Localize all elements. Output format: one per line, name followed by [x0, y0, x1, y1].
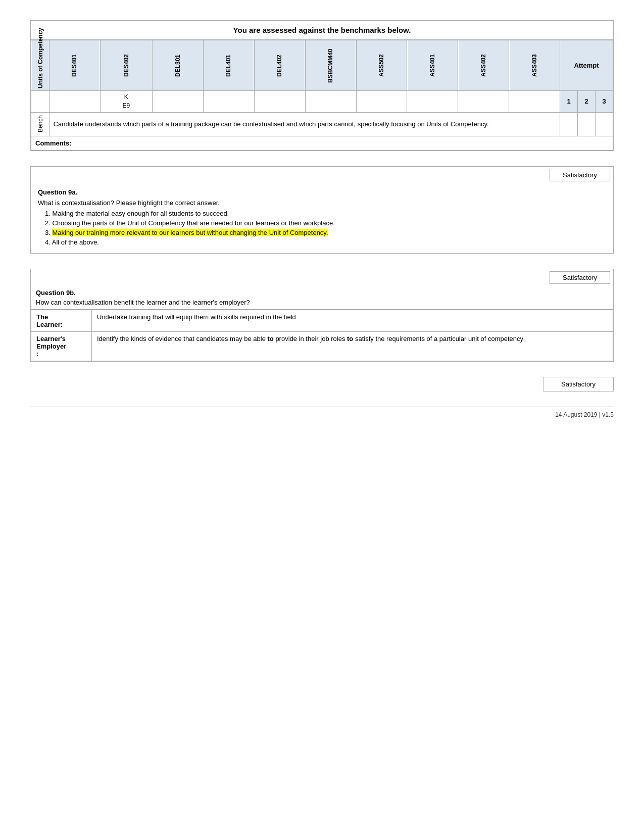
- q9a-opt3-num: 3.: [45, 229, 51, 236]
- bottom-satisfactory-badge: Satisfactory: [543, 377, 614, 391]
- empty-cell: [49, 91, 100, 113]
- footer-text: 14 August 2019 | v1.5: [555, 411, 614, 418]
- empty-cell: [458, 91, 509, 113]
- empty-cell: [305, 91, 356, 113]
- question-9a-section: Satisfactory Question 9a. What is contex…: [30, 166, 614, 254]
- q9a-satisfactory-badge: Satisfactory: [550, 169, 610, 181]
- ke-cell: KE9: [100, 91, 153, 113]
- q9b-learner-label: TheLearner:: [31, 310, 92, 331]
- bench-text: Candidate understands which parts of a t…: [49, 112, 560, 136]
- q9a-opt2-num: 2.: [45, 219, 51, 227]
- col-header-units: Units of Competency: [31, 40, 49, 91]
- q9a-option-3: 3. Making our training more relevant to …: [43, 229, 606, 236]
- q9a-opt3-text: Making our training more relevant to our…: [52, 229, 328, 236]
- empty-cell: [407, 91, 458, 113]
- bench-label: Bench: [31, 112, 49, 136]
- col-header-des402: DES402: [100, 40, 153, 91]
- col-header-ass402: ASS402: [458, 40, 509, 91]
- empty-cell: [509, 91, 560, 113]
- bench-attempt-2: [578, 112, 596, 136]
- q9a-option-4: 4. All of the above.: [43, 238, 606, 246]
- attempt-2: 2: [578, 91, 596, 113]
- q9b-employer-row: Learner'sEmployer: Identify the kinds of…: [31, 331, 613, 361]
- q9b-intro: Question 9b. How can contextualisation b…: [31, 286, 613, 310]
- q9b-inner: Question 9b. How can contextualisation b…: [31, 286, 613, 361]
- col-header-ass401: ASS401: [407, 40, 458, 91]
- bottom-satisfactory-row: Satisfactory: [30, 377, 614, 391]
- col-header-attempt: Attempt: [560, 40, 613, 91]
- q9a-opt1-num: 1.: [45, 210, 51, 217]
- q9b-bold-to-2: to: [347, 335, 353, 342]
- q9a-badge-row: Satisfactory: [31, 167, 613, 183]
- q9a-opt1-text: Making the material easy enough for all …: [52, 210, 229, 217]
- empty-cell: [153, 91, 204, 113]
- q9a-opt4-num: 4.: [45, 238, 51, 246]
- q9b-body: How can contextualisation benefit the le…: [36, 299, 608, 306]
- q9b-satisfactory-badge: Satisfactory: [550, 271, 610, 284]
- q9b-learner-row: TheLearner: Undertake training that will…: [31, 310, 613, 331]
- q9b-badge-row: Satisfactory: [31, 269, 613, 286]
- attempt-3: 3: [596, 91, 613, 113]
- empty-cell: [356, 91, 407, 113]
- q9b-title: Question 9b.: [36, 289, 608, 297]
- empty-cell: [31, 91, 49, 113]
- assessment-section: You are assessed against the benchmarks …: [30, 20, 614, 151]
- bench-row: Bench Candidate understands which parts …: [31, 112, 613, 136]
- q9b-bold-to-1: to: [268, 335, 274, 342]
- q9b-employer-label: Learner'sEmployer:: [31, 331, 92, 361]
- bench-attempt-1: [560, 112, 578, 136]
- q9a-title: Question 9a.: [38, 188, 606, 196]
- page-footer: 14 August 2019 | v1.5: [30, 407, 614, 418]
- q9a-option-1: 1. Making the material easy enough for a…: [43, 210, 606, 217]
- col-header-del402: DEL402: [254, 40, 305, 91]
- q9a-opt4-text: All of the above.: [52, 238, 99, 246]
- col-header-del301: DEL301: [153, 40, 204, 91]
- col-header-ass403: ASS403: [509, 40, 560, 91]
- q9b-table: TheLearner: Undertake training that will…: [31, 310, 613, 361]
- question-9b-section: Satisfactory Question 9b. How can contex…: [30, 269, 614, 362]
- col-header-ass502: ASS502: [356, 40, 407, 91]
- col-header-del401: DEL401: [203, 40, 254, 91]
- q9a-option-2: 2. Choosing the parts of the Unit of Com…: [43, 219, 606, 227]
- assessment-table: Units of Competency DES401 DES402 DEL301…: [31, 40, 613, 151]
- comments-row: Comments:: [31, 136, 613, 150]
- col-header-des401: DES401: [49, 40, 100, 91]
- attempt-1: 1: [560, 91, 578, 113]
- q9a-options: 1. Making the material easy enough for a…: [38, 210, 606, 246]
- q9a-content: Question 9a. What is contextualisation? …: [31, 183, 613, 253]
- q9b-employer-text: Identify the kinds of evidence that cand…: [92, 331, 613, 361]
- empty-cell: [254, 91, 305, 113]
- q9a-opt2-text: Choosing the parts of the Unit of Compet…: [52, 219, 334, 227]
- comments-label: Comments:: [31, 136, 613, 150]
- q9a-body: What is contextualisation? Please highli…: [38, 199, 606, 207]
- bench-attempt-3: [596, 112, 613, 136]
- col-header-bsbcmm40: BSBCMM40: [305, 40, 356, 91]
- assessment-title: You are assessed against the benchmarks …: [31, 21, 613, 40]
- empty-cell: [203, 91, 254, 113]
- q9b-learner-text: Undertake training that will equip them …: [92, 310, 613, 331]
